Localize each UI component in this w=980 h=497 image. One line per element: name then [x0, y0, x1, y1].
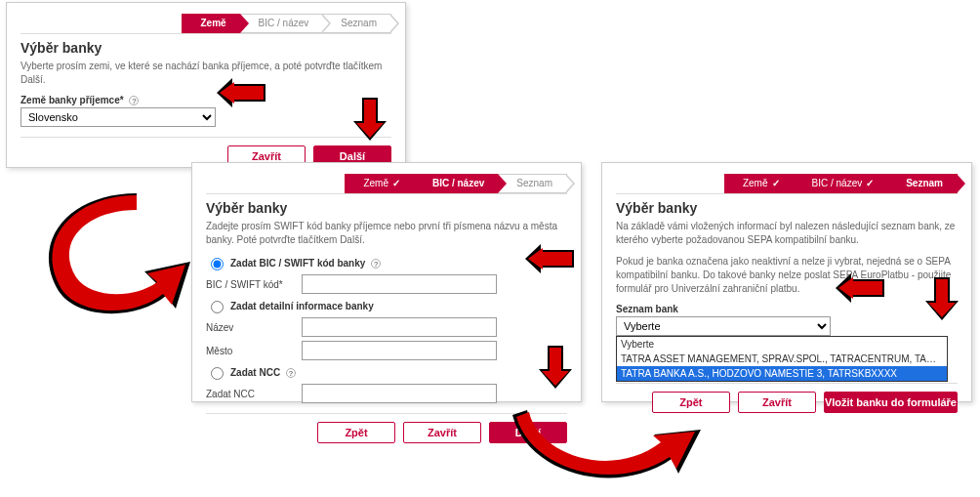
panel-step2: Země✓ BIC / název Seznam Výběr banky Zad… — [191, 162, 582, 402]
ncc-input[interactable] — [302, 384, 497, 403]
help-icon[interactable]: ? — [286, 368, 296, 378]
bic-label: BIC / SWIFT kód* — [206, 279, 294, 290]
flow-arrow-icon — [29, 184, 195, 330]
radio-bic[interactable] — [211, 258, 224, 270]
radio-ncc-label: Zadat NCC ? — [230, 367, 296, 378]
step-zeme[interactable]: Země✓ — [724, 174, 795, 193]
panel3-buttons: Zpět Zavřít Vložit banku do formuláře — [616, 383, 958, 413]
radio-detail-label: Zadat detailní informace banky — [230, 301, 374, 311]
step-seznam[interactable]: Seznam — [498, 174, 567, 193]
panel-title: Výběr banky — [206, 200, 567, 216]
panel2-buttons: Zpět Zavřít Další — [206, 413, 567, 443]
ncc-row: Zadat NCC — [206, 384, 567, 403]
banklist-label: Seznam bank — [616, 304, 958, 314]
radio-row-ncc: Zadat NCC ? — [206, 364, 567, 380]
panel1-description: Vyberte prosím zemi, ve které se nachází… — [20, 60, 391, 87]
name-row: Název — [206, 317, 567, 337]
step-seznam[interactable]: Seznam — [887, 174, 958, 193]
radio-bic-label: Zadat BIC / SWIFT kód banky ? — [230, 258, 381, 269]
panel3-desc1: Na základě vámi vložených informací byl … — [616, 220, 958, 247]
step-zeme[interactable]: Země — [182, 14, 240, 33]
help-icon[interactable]: ? — [371, 259, 381, 269]
bank-dropdown-list[interactable]: Vyberte TATRA ASSET MANAGEMENT, SPRAV.SP… — [616, 336, 948, 382]
country-label: Země banky příjemce* ? — [20, 95, 391, 105]
close-button[interactable]: Zavřít — [738, 392, 816, 413]
city-row: Město — [206, 341, 567, 360]
name-input[interactable] — [302, 317, 497, 337]
country-select[interactable]: Slovensko — [20, 107, 216, 127]
step-zeme[interactable]: Země✓ — [345, 174, 415, 193]
insert-bank-button[interactable]: Vložit banku do formuláře — [824, 392, 958, 413]
bic-input[interactable] — [302, 274, 497, 294]
bank-option-1[interactable]: TATRA ASSET MANAGEMENT, SPRAV.SPOL., TAT… — [617, 352, 947, 366]
radio-row-bic: Zadat BIC / SWIFT kód banky ? — [206, 255, 567, 270]
panel-title: Výběr banky — [616, 200, 958, 216]
check-icon: ✓ — [772, 178, 780, 188]
panel-title: Výběr banky — [20, 40, 391, 56]
step-bic[interactable]: BIC / název — [240, 14, 324, 33]
radio-row-detail: Zadat detailní informace banky — [206, 298, 567, 313]
bank-option-2[interactable]: TATRA BANKA A.S., HODZOVO NAMESTIE 3, TA… — [617, 366, 947, 381]
wizard-steps: Země✓ BIC / název Seznam — [206, 173, 567, 194]
name-label: Název — [206, 322, 294, 333]
step-bic[interactable]: BIC / název✓ — [794, 174, 889, 193]
ncc-label: Zadat NCC — [206, 389, 294, 399]
city-input[interactable] — [302, 341, 497, 360]
back-button[interactable]: Zpět — [317, 422, 395, 443]
wizard-steps: Země BIC / název Seznam — [20, 13, 391, 34]
wizard-steps: Země✓ BIC / název✓ Seznam — [616, 173, 958, 194]
bank-select[interactable]: Vyberte — [616, 316, 831, 336]
radio-ncc[interactable] — [211, 367, 224, 380]
close-button[interactable]: Zavřít — [403, 422, 481, 443]
bank-option-placeholder[interactable]: Vyberte — [617, 337, 947, 352]
check-icon: ✓ — [866, 178, 874, 188]
city-label: Město — [206, 346, 294, 356]
step-bic[interactable]: BIC / název — [414, 174, 499, 193]
help-icon[interactable]: ? — [129, 96, 139, 105]
panel3-desc2: Pokud je banka označena jako neaktivní a… — [616, 255, 958, 296]
check-icon: ✓ — [392, 178, 400, 188]
radio-detail[interactable] — [211, 301, 224, 313]
next-button[interactable]: Další — [489, 422, 567, 443]
panel-step1: Země BIC / název Seznam Výběr banky Vybe… — [6, 2, 406, 168]
back-button[interactable]: Zpět — [652, 392, 730, 413]
step-seznam[interactable]: Seznam — [322, 14, 391, 33]
panel2-description: Zadejte prosím SWIFT kód banky příjemce … — [206, 220, 567, 247]
panel-step3: Země✓ BIC / název✓ Seznam Výběr banky Na… — [601, 162, 972, 402]
bic-row: BIC / SWIFT kód* — [206, 274, 567, 294]
